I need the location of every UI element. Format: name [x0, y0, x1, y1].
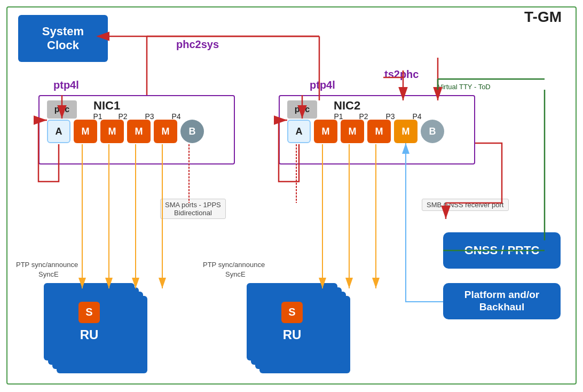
platform-label: Platform and/orBackhaul	[464, 289, 539, 313]
nic1-port-m1: M	[74, 120, 97, 143]
nic2-port-m4: M	[394, 120, 417, 143]
ru-card-front-right: S RU	[247, 283, 337, 360]
ru-s-badge-left: S	[78, 302, 100, 323]
virtual-tty-label: Virtual TTY - ToD	[438, 83, 491, 91]
phc2sys-label: phc2sys	[176, 38, 219, 51]
phc1-box: phc	[47, 100, 77, 119]
ptp-sync-left-label: PTP sync/announce	[16, 261, 78, 269]
ru-label-left: RU	[80, 327, 99, 342]
tgm-label: T-GM	[524, 9, 562, 26]
system-clock-label: SystemClock	[42, 25, 84, 53]
nic1-label: NIC1	[93, 99, 120, 113]
system-clock-box: SystemClock	[18, 15, 108, 62]
nic2-port-row: A M M M M B	[287, 120, 444, 143]
nic2-port-m3: M	[367, 120, 391, 143]
synce-left-label: SyncE	[38, 270, 59, 278]
ptp-sync-right-label: PTP sync/announce	[203, 261, 265, 269]
nic2-label: NIC2	[334, 99, 360, 113]
nic2-port-b: B	[421, 120, 444, 143]
ts2phc-label: ts2phc	[384, 68, 419, 81]
nic1-port-m3: M	[127, 120, 151, 143]
smb-gnss-label: SMB GNSS receiver port	[422, 199, 509, 211]
platform-backhaul-box: Platform and/orBackhaul	[443, 283, 561, 319]
sma-ports-label: SMA ports - 1PPSBidirectional	[160, 199, 226, 219]
nic2-port-m2: M	[341, 120, 364, 143]
nic1-port-m2: M	[100, 120, 124, 143]
nic1-port-m4: M	[154, 120, 177, 143]
nic1-port-b: B	[180, 120, 204, 143]
ptp4l-left-label: ptp4l	[53, 79, 79, 91]
ru-s-badge-right: S	[281, 302, 303, 323]
nic1-port-a: A	[47, 120, 70, 143]
nic2-port-a: A	[287, 120, 311, 143]
nic1-port-row: A M M M M B	[47, 120, 204, 143]
ptp4l-right-label: ptp4l	[310, 79, 335, 91]
phc2-box: phc	[287, 100, 317, 119]
synce-right-label: SyncE	[225, 270, 246, 278]
ru-card-front-left: S RU	[44, 283, 135, 360]
gnss-prtc-box: GNSS / PRTC	[443, 232, 561, 269]
nic2-port-m1: M	[314, 120, 337, 143]
ru-label-right: RU	[283, 327, 302, 342]
